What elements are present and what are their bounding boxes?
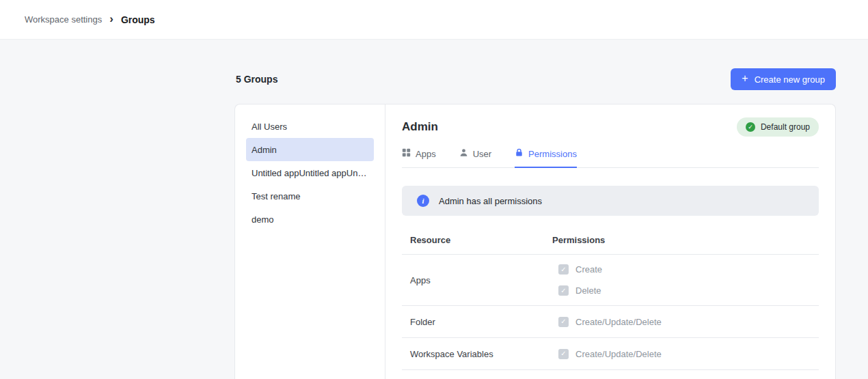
sidebar-item-demo[interactable]: demo bbox=[246, 208, 374, 231]
permission-item-folder-cud: ✓ Create/Update/Delete bbox=[558, 317, 819, 327]
tab-apps-label: Apps bbox=[416, 149, 436, 159]
permission-label: Create bbox=[575, 264, 602, 275]
resource-column-header: Resource bbox=[402, 231, 544, 254]
create-new-group-button[interactable]: + Create new group bbox=[731, 68, 836, 90]
breadcrumb-groups: Groups bbox=[121, 14, 155, 25]
tab-user-label: User bbox=[473, 149, 491, 159]
top-header-bar: Workspace settings › Groups bbox=[0, 0, 868, 40]
default-group-badge-label: Default group bbox=[761, 122, 810, 132]
sidebar-item-label: Test rename bbox=[252, 191, 301, 201]
plus-icon: + bbox=[742, 73, 748, 84]
groups-page: 5 Groups + Create new group All Users Ad… bbox=[234, 68, 836, 379]
group-tabs: Apps User bbox=[402, 148, 819, 168]
group-detail-header: Admin ✓ Default group bbox=[402, 117, 819, 137]
sidebar-item-label: All Users bbox=[252, 122, 287, 132]
sidebar-item-untitled-app[interactable]: Untitled appUntitled appUntitle… bbox=[246, 161, 374, 184]
sidebar-item-label: Untitled appUntitled appUntitle… bbox=[252, 168, 368, 178]
sidebar-item-label: Admin bbox=[252, 145, 277, 155]
apps-grid-icon bbox=[402, 148, 411, 159]
table-row-workspace-variables: Workspace Variables ✓ Create/Update/Dele… bbox=[402, 338, 819, 370]
permissions-info-banner: i Admin has all permissions bbox=[402, 186, 819, 216]
sidebar-item-test-rename[interactable]: Test rename bbox=[246, 184, 374, 208]
chevron-right-icon: › bbox=[109, 13, 113, 25]
group-detail-panel: Admin ✓ Default group bbox=[385, 104, 835, 379]
create-new-group-label: Create new group bbox=[755, 74, 825, 85]
lock-icon bbox=[515, 148, 524, 159]
tab-user[interactable]: User bbox=[459, 148, 491, 168]
folder-cud-checkbox[interactable]: ✓ bbox=[558, 317, 569, 327]
permission-label: Delete bbox=[575, 285, 601, 296]
check-circle-icon: ✓ bbox=[746, 122, 755, 132]
permission-item-create: ✓ Create bbox=[558, 264, 819, 275]
tab-permissions-label: Permissions bbox=[528, 149, 577, 159]
permission-label: Create/Update/Delete bbox=[575, 317, 662, 327]
permissions-column-header: Permissions bbox=[544, 231, 819, 254]
table-row-folder: Folder ✓ Create/Update/Delete bbox=[402, 306, 819, 338]
sidebar-item-label: demo bbox=[252, 214, 274, 225]
resource-label: Workspace Variables bbox=[410, 349, 493, 359]
info-icon: i bbox=[417, 195, 429, 207]
resource-label: Folder bbox=[410, 317, 435, 327]
table-header-row: Resource Permissions bbox=[402, 231, 819, 255]
permissions-table: Resource Permissions Apps ✓ Create bbox=[402, 231, 819, 370]
user-icon bbox=[459, 148, 468, 159]
create-checkbox[interactable]: ✓ bbox=[558, 264, 569, 275]
delete-checkbox[interactable]: ✓ bbox=[558, 285, 569, 296]
default-group-badge: ✓ Default group bbox=[737, 117, 819, 137]
breadcrumb-workspace-settings[interactable]: Workspace settings bbox=[25, 14, 102, 25]
permission-item-workspace-vars-cud: ✓ Create/Update/Delete bbox=[558, 349, 819, 359]
permission-item-delete: ✓ Delete bbox=[558, 285, 819, 296]
permission-label: Create/Update/Delete bbox=[575, 349, 662, 359]
permissions-info-text: Admin has all permissions bbox=[439, 196, 542, 206]
breadcrumb: Workspace settings › Groups bbox=[25, 14, 155, 25]
groups-count-label: 5 Groups bbox=[236, 74, 277, 85]
resource-label: Apps bbox=[410, 275, 431, 285]
groups-card: All Users Admin Untitled appUntitled app… bbox=[234, 104, 836, 379]
group-title: Admin bbox=[402, 120, 438, 134]
table-row-apps: Apps ✓ Create ✓ Delete bbox=[402, 255, 819, 306]
group-list-sidebar: All Users Admin Untitled appUntitled app… bbox=[235, 104, 385, 379]
sidebar-item-admin[interactable]: Admin bbox=[246, 138, 374, 161]
tab-permissions[interactable]: Permissions bbox=[515, 148, 577, 168]
workspace-vars-cud-checkbox[interactable]: ✓ bbox=[558, 349, 569, 359]
groups-toolbar: 5 Groups + Create new group bbox=[234, 68, 836, 90]
tab-apps[interactable]: Apps bbox=[402, 148, 436, 168]
sidebar-item-all-users[interactable]: All Users bbox=[246, 115, 374, 138]
